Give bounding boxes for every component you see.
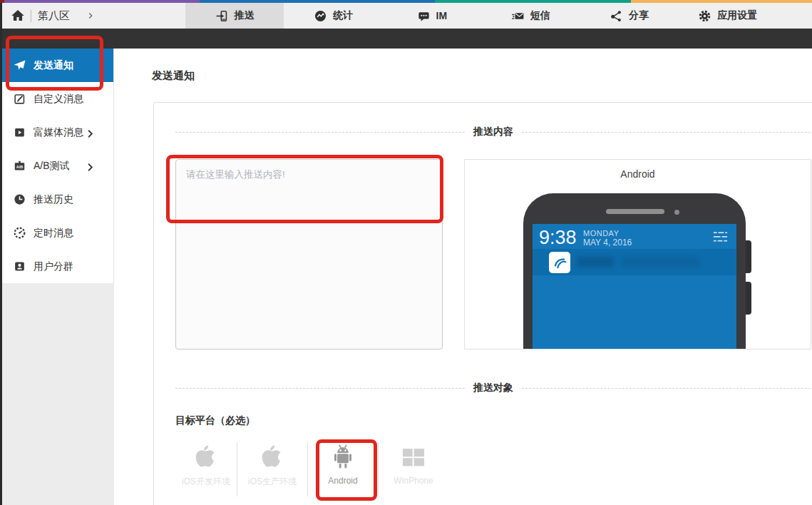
tab-push[interactable]: 推送 xyxy=(185,3,284,29)
svg-text:A/B: A/B xyxy=(16,165,24,169)
apple-icon xyxy=(192,444,220,471)
platform-winphone[interactable]: WinPhone xyxy=(379,437,448,505)
main-content: 发送通知 推送内容 Android 9:38 MONDAY MAY 4, 201… xyxy=(114,49,812,505)
chevron-right-icon xyxy=(83,127,97,141)
edit-square-icon xyxy=(13,92,26,106)
sidebar-menu: 发送通知 自定义消息 富媒体消息 A/B A/B测试 推送历史 xyxy=(2,49,114,283)
tab-label: 分享 xyxy=(629,9,649,22)
clock-icon xyxy=(13,193,26,206)
sidebar-item-label: 用户分群 xyxy=(34,260,73,273)
phone-side-button xyxy=(746,240,751,273)
platform-label: Android xyxy=(328,476,357,486)
phone-daydate: MONDAY MAY 4, 2016 xyxy=(583,229,632,248)
top-nav-bar: 第八区 推送 统计 IM 短信 分享 xyxy=(0,3,812,29)
brand-divider xyxy=(31,10,31,22)
video-square-icon xyxy=(13,126,26,139)
statistics-icon xyxy=(314,9,327,23)
platform-label: iOS开发环境 xyxy=(182,476,230,488)
tab-im[interactable]: IM xyxy=(383,3,481,29)
home-icon[interactable] xyxy=(11,9,25,23)
ghost-text-blob xyxy=(577,257,614,267)
platform-selector: iOS开发环境 iOS生产环境 Android WinPhone xyxy=(175,437,448,505)
sidebar-item-scheduled-message[interactable]: 定时消息 xyxy=(2,216,113,250)
phone-mockup: 9:38 MONDAY MAY 4, 2016 xyxy=(523,193,746,350)
target-platform-label: 目标平台（必选） xyxy=(175,414,255,427)
chevron-right-icon xyxy=(83,160,97,174)
tab-label: 应用设置 xyxy=(717,9,757,22)
sidebar-item-label: 推送历史 xyxy=(34,193,73,206)
platform-ios-dev[interactable]: iOS开发环境 xyxy=(175,437,237,505)
phone-date: MAY 4, 2016 xyxy=(583,238,632,248)
windows-icon xyxy=(400,444,427,471)
sidebar: 发送通知 自定义消息 富媒体消息 A/B A/B测试 推送历史 xyxy=(2,49,114,505)
phone-camera-dot xyxy=(674,210,679,215)
tab-share[interactable]: 分享 xyxy=(580,3,678,29)
app-switcher[interactable]: 第八区 xyxy=(0,3,70,29)
phone-side-button xyxy=(746,282,751,315)
top-tabs: 推送 统计 IM 短信 分享 应用设置 xyxy=(185,3,777,29)
gear-icon xyxy=(698,9,711,23)
sms-icon xyxy=(511,9,525,23)
tab-label: 推送 xyxy=(235,9,255,22)
platform-label: iOS生产环境 xyxy=(248,476,297,488)
page-title: 发送通知 xyxy=(152,69,195,83)
section-divider-push-content: 推送内容 xyxy=(175,125,812,139)
sidebar-item-custom-message[interactable]: 自定义消息 xyxy=(2,82,113,116)
push-icon xyxy=(215,9,229,23)
app-icon-tile xyxy=(549,252,570,273)
user-card-icon xyxy=(13,260,26,273)
section-title-push-content: 推送内容 xyxy=(465,126,522,138)
platform-label: WinPhone xyxy=(394,476,433,486)
tune-settings-icon xyxy=(712,230,729,243)
app-root: 第八区 推送 统计 IM 短信 分享 xyxy=(0,0,812,505)
tab-label: 短信 xyxy=(530,9,550,22)
share-icon xyxy=(610,9,623,23)
sub-header-bar xyxy=(0,29,812,49)
phone-clock: 9:38 xyxy=(539,227,577,249)
sidebar-item-rich-media[interactable]: 富媒体消息 xyxy=(2,116,113,149)
android-preview-box: Android 9:38 MONDAY MAY 4, 2016 xyxy=(464,159,811,350)
tab-app-settings[interactable]: 应用设置 xyxy=(679,3,777,29)
sidebar-item-label: A/B测试 xyxy=(34,160,70,173)
push-content-textarea[interactable] xyxy=(175,159,443,350)
platform-ios-prod[interactable]: iOS生产环境 xyxy=(237,437,307,505)
section-divider-push-target: 推送对象 xyxy=(175,381,812,395)
chevron-right-icon[interactable] xyxy=(86,9,96,22)
im-icon xyxy=(417,9,431,23)
paper-plane-icon xyxy=(13,58,26,72)
preview-platform-label: Android xyxy=(465,168,811,180)
sidebar-item-send-notification[interactable]: 发送通知 xyxy=(2,49,113,82)
sidebar-item-ab-test[interactable]: A/B A/B测试 xyxy=(2,149,113,183)
sidebar-item-label: 富媒体消息 xyxy=(34,126,83,139)
current-app-name[interactable]: 第八区 xyxy=(38,9,70,23)
timer-icon xyxy=(13,226,26,240)
sidebar-item-push-history[interactable]: 推送历史 xyxy=(2,183,113,216)
section-title-push-target: 推送对象 xyxy=(465,382,522,394)
apple-icon xyxy=(259,444,286,471)
sidebar-item-label: 自定义消息 xyxy=(34,93,83,106)
android-icon xyxy=(329,444,356,471)
push-form-panel: 推送内容 Android 9:38 MONDAY MAY 4, 2016 xyxy=(153,102,812,505)
tab-label: 统计 xyxy=(333,9,353,22)
sidebar-item-label: 定时消息 xyxy=(34,227,73,240)
platform-android[interactable]: Android xyxy=(308,437,378,505)
notification-banner xyxy=(533,249,736,275)
sidebar-item-label: 发送通知 xyxy=(34,59,73,72)
tab-label: IM xyxy=(436,10,448,21)
sidebar-item-user-segments[interactable]: 用户分群 xyxy=(2,250,113,283)
phone-screen: 9:38 MONDAY MAY 4, 2016 xyxy=(533,224,736,350)
ab-badge-icon: A/B xyxy=(13,159,26,173)
tab-statistics[interactable]: 统计 xyxy=(284,3,382,29)
tab-sms[interactable]: 短信 xyxy=(481,3,580,29)
ghost-text-blob xyxy=(622,257,699,267)
jpush-logo-icon xyxy=(553,255,567,270)
phone-speaker xyxy=(606,209,664,214)
